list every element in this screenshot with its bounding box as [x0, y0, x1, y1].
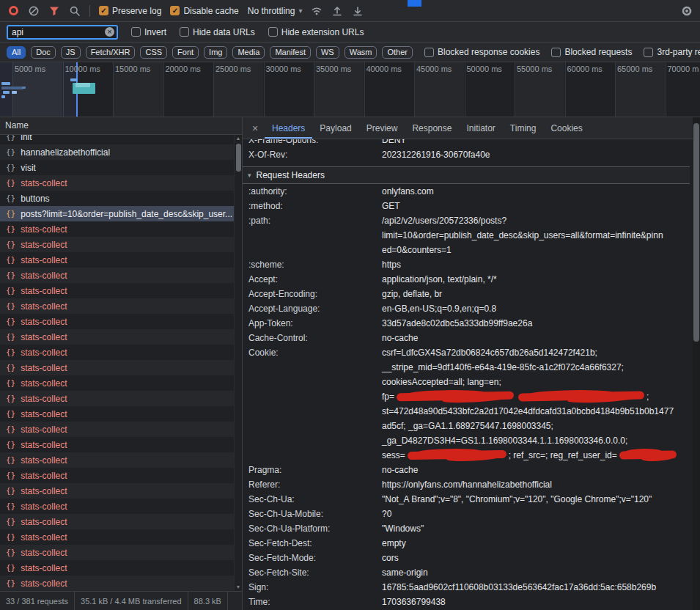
overview-gridline — [465, 62, 465, 117]
filter-pill-css[interactable]: CSS — [140, 46, 167, 59]
header-name: Sec-Ch-Ua-Platform: — [243, 521, 382, 536]
request-row[interactable]: {}stats-collect — [0, 422, 242, 437]
request-row[interactable]: {}stats-collect — [0, 314, 242, 329]
filter-pill-js[interactable]: JS — [61, 46, 81, 59]
header-row: Sec-Fetch-Site:same-origin — [243, 565, 690, 580]
filter-pill-img[interactable]: Img — [204, 46, 227, 59]
request-row[interactable]: {}posts?limit=10&order=publish_date_desc… — [0, 206, 242, 221]
blocked-response-cookies-checkbox[interactable]: Blocked response cookies — [424, 47, 539, 57]
request-row[interactable]: {}stats-collect — [0, 514, 242, 529]
clear-button[interactable] — [28, 5, 40, 17]
tab-payload[interactable]: Payload — [312, 117, 358, 139]
record-button[interactable] — [7, 5, 19, 17]
request-row[interactable]: {}hannahelizabethofficial — [0, 144, 242, 160]
scrollbar-thumb[interactable] — [236, 144, 241, 172]
blue-indicator-fragment — [408, 0, 421, 7]
filter-pill-font[interactable]: Font — [172, 46, 199, 59]
request-row[interactable]: {}stats-collect — [0, 468, 242, 483]
overview-time-label: 15000 ms — [115, 65, 150, 73]
request-row[interactable]: {}stats-collect — [0, 298, 242, 314]
request-name: stats-collect — [21, 517, 67, 527]
scroll-down-icon[interactable]: ▼ — [236, 584, 241, 591]
clear-filter-icon[interactable]: × — [105, 27, 114, 37]
filter-pill-other[interactable]: Other — [382, 46, 413, 59]
tab-initiator[interactable]: Initiator — [459, 117, 502, 139]
request-row[interactable]: {}stats-collect — [0, 545, 242, 560]
request-row[interactable]: {}visit — [0, 160, 242, 175]
blocked-requests-checkbox[interactable]: Blocked requests — [551, 47, 632, 57]
header-value: same-origin — [382, 565, 690, 580]
request-row[interactable]: {}stats-collect — [0, 437, 242, 452]
scroll-up-icon[interactable]: ▲ — [236, 135, 241, 142]
header-value-text: fp= — [382, 392, 394, 402]
filter-pill-doc[interactable]: Doc — [31, 46, 56, 59]
disable-cache-checkbox[interactable]: ✓ Disable cache — [170, 6, 238, 16]
request-row[interactable]: {}stats-collect — [0, 452, 242, 468]
throttling-dropdown[interactable]: No throttling ▾ — [248, 6, 303, 16]
details-scrollbar[interactable] — [693, 117, 700, 610]
request-row[interactable]: {}stats-collect — [0, 360, 242, 375]
3rd-party-requests-checkbox[interactable]: 3rd-party requests — [644, 47, 700, 57]
tab-timing[interactable]: Timing — [503, 117, 544, 139]
request-list-scrollbar[interactable]: ▲ ▼ — [234, 135, 242, 591]
overview-gridline — [515, 62, 515, 117]
timeline-overview[interactable]: 5000 ms10000 ms15000 ms20000 ms25000 ms3… — [0, 62, 700, 117]
tab-headers[interactable]: Headers — [265, 117, 312, 139]
request-row[interactable]: {}stats-collect — [0, 499, 242, 514]
request-row[interactable]: {}stats-collect — [0, 375, 242, 391]
tab-cookies[interactable]: Cookies — [543, 117, 589, 139]
request-row[interactable]: {}stats-collect — [0, 268, 242, 283]
hide-extension-urls-label: Hide extension URLs — [281, 27, 364, 37]
hide-data-urls-checkbox[interactable]: Hide data URLs — [180, 27, 255, 37]
section-title: Request Headers — [257, 170, 325, 180]
export-har-button[interactable] — [352, 5, 364, 17]
filter-pill-all[interactable]: All — [7, 46, 26, 59]
invert-checkbox[interactable]: Invert — [131, 27, 166, 37]
request-row[interactable]: {}stats-collect — [0, 529, 242, 545]
tab-response[interactable]: Response — [405, 117, 459, 139]
close-details-icon[interactable]: × — [246, 117, 265, 139]
overview-gridline — [414, 62, 415, 117]
redaction-scribble — [619, 450, 677, 459]
search-button[interactable] — [69, 5, 81, 17]
request-row[interactable]: {}stats-collect — [0, 283, 242, 298]
request-row[interactable]: {}stats-collect — [0, 252, 242, 268]
header-name: Referer: — [243, 477, 382, 492]
filter-pill-ws[interactable]: WS — [316, 46, 339, 59]
request-row[interactable]: {}stats-collect — [0, 345, 242, 360]
filter-input[interactable] — [12, 27, 105, 37]
overview-gridline — [213, 62, 214, 117]
settings-button[interactable] — [681, 5, 693, 17]
request-name: stats-collect — [21, 178, 67, 188]
filter-pill-fetch-xhr[interactable]: Fetch/XHR — [86, 46, 136, 59]
request-row[interactable]: {}stats-collect — [0, 221, 242, 237]
request-row[interactable]: {}buttons — [0, 191, 242, 206]
invert-label: Invert — [144, 27, 166, 37]
request-row[interactable]: {}stats-collect — [0, 237, 242, 252]
header-value-text: ad5cf; _ga=GA1.1.689275447.1698003345; — [382, 421, 553, 431]
filter-pill-wasm[interactable]: Wasm — [345, 46, 377, 59]
request-row[interactable]: {}stats-collect — [0, 576, 242, 591]
request-headers-section[interactable]: ▾Request Headers — [243, 166, 690, 184]
hide-extension-urls-checkbox[interactable]: Hide extension URLs — [268, 27, 364, 37]
import-har-button[interactable] — [331, 5, 343, 17]
request-row[interactable]: {}stats-collect — [0, 329, 242, 345]
preserve-log-checkbox[interactable]: ✓ Preserve log — [99, 6, 161, 16]
filter-pill-manifest[interactable]: Manifest — [270, 46, 311, 59]
request-row[interactable]: {}stats-collect — [0, 175, 242, 191]
request-row[interactable]: {}stats-collect — [0, 483, 242, 499]
header-row: App-Token:33d57ade8c02dbc5a333db99ff9ae2… — [243, 316, 690, 331]
network-conditions-button[interactable] — [311, 5, 323, 17]
request-row[interactable]: {}init — [0, 135, 242, 144]
request-row[interactable]: {}stats-collect — [0, 391, 242, 406]
filter-button[interactable] — [48, 5, 60, 17]
request-row[interactable]: {}stats-collect — [0, 406, 242, 422]
tab-preview[interactable]: Preview — [359, 117, 405, 139]
request-row[interactable]: {}stats-collect — [0, 560, 242, 576]
scrollbar-thumb[interactable] — [693, 123, 699, 342]
header-row: Cookie:csrf=LdfcGX4Sa72db06824c657db26a5… — [243, 345, 690, 463]
name-column-header[interactable]: Name — [0, 117, 242, 135]
filter-pill-media[interactable]: Media — [232, 46, 265, 59]
header-value: no-cache — [382, 463, 690, 477]
header-row: Sec-Ch-Ua-Mobile:?0 — [243, 507, 690, 521]
